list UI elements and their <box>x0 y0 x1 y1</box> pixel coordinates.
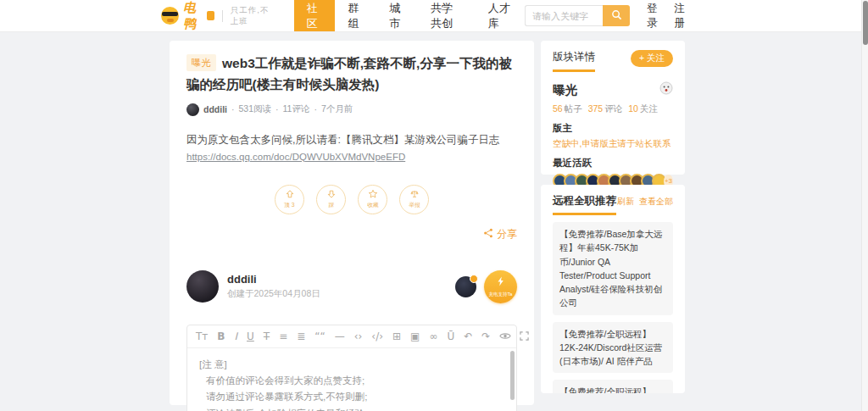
share-label: 分享 <box>497 227 517 242</box>
job-list-item[interactable]: 【免费推荐/全职远程】15K-25K/后端开发/AI视觉创作体验 <box>553 380 673 393</box>
underline-icon[interactable]: U <box>247 331 254 342</box>
redo-icon[interactable]: ↷ <box>481 331 490 342</box>
editor-scrollbar[interactable] <box>509 351 515 411</box>
post-card: 曝光web3工作就是诈骗不断,套路不断,分享一下我的被骗的经历吧(楼主有时候头脑… <box>170 41 534 405</box>
editor-placeholder-line: [注 意] <box>199 357 504 373</box>
post-meta: dddili · 531阅读 · 11评论 · 7个月前 <box>186 103 517 116</box>
editor-placeholder-line: 评论被删后,会扣除相应的电量和经验。 <box>199 406 504 411</box>
post-age: 7个月前 <box>321 103 353 115</box>
view-all-link[interactable]: 查看全部 <box>639 196 673 208</box>
inline-code-icon[interactable]: ‹› <box>354 331 363 342</box>
logo-divider <box>222 10 223 22</box>
favorite-button[interactable]: 收藏 <box>358 185 387 214</box>
moderator-note: 空缺中,申请版主请于站长联系 <box>553 138 673 150</box>
brand-name: 电鸭 <box>183 0 204 32</box>
italic-icon[interactable]: I <box>234 331 237 342</box>
downvote-label: 踩 <box>328 201 334 208</box>
search-icon <box>611 9 622 23</box>
jobs-panel-title: 远程全职推荐 <box>553 194 616 215</box>
preview-eye-icon[interactable] <box>499 331 511 341</box>
bullet-list-icon[interactable]: ≡ <box>279 331 287 342</box>
horizontal-rule-icon[interactable]: — <box>335 331 345 342</box>
post-title: 曝光web3工作就是诈骗不断,套路不断,分享一下我的被骗的经历吧(楼主有时候头脑… <box>186 53 517 96</box>
nav-item-cities[interactable]: 城市 <box>376 0 418 31</box>
nav-item-groups[interactable]: 群组 <box>335 0 376 31</box>
author-card-name[interactable]: dddili <box>227 273 320 286</box>
post-body: 因为原文包含太多问候,所以请看:【腾讯文档】某游戏公司骗子日志 <box>186 131 517 148</box>
doc-link[interactable]: https://docs.qq.com/doc/DQWVUbXVMdVNpeEF… <box>186 152 405 162</box>
nav-item-community[interactable]: 社区 <box>294 0 336 31</box>
downvote-button[interactable]: 踩 <box>316 185 346 214</box>
bold-icon[interactable]: B <box>217 331 225 342</box>
link-icon[interactable]: ∞ <box>429 331 437 342</box>
share-button[interactable]: 分享 <box>483 227 517 242</box>
nav-item-talent[interactable]: 人才库 <box>476 0 525 31</box>
image-icon[interactable]: ▣ <box>410 331 420 342</box>
report-scale-icon <box>409 189 420 199</box>
page-scrollbar[interactable] <box>861 0 868 411</box>
search-box <box>525 5 630 26</box>
login-link[interactable]: 登录 <box>647 2 658 31</box>
charge-support-button[interactable]: 充电支持Ta <box>484 270 517 303</box>
code-block-icon[interactable]: ‹/› <box>371 331 383 342</box>
remote-jobs-panel: 远程全职推荐 刷新 查看全部 【免费推荐/Base加拿大远程】年薪45K-75K… <box>541 185 685 393</box>
followers-count: 10 <box>628 103 638 114</box>
author-name[interactable]: dddili <box>203 104 227 114</box>
upvote-label: 顶 3 <box>284 201 294 208</box>
quote-icon[interactable]: ““ <box>314 331 325 342</box>
undo-icon[interactable]: ↶ <box>464 331 472 342</box>
meta-separator: · <box>231 104 235 114</box>
vote-row: 顶 3 踩 收藏 举报 <box>186 185 517 214</box>
star-icon <box>368 189 378 199</box>
favorite-label: 收藏 <box>367 201 379 208</box>
upvote-button[interactable]: 顶 3 <box>275 185 304 214</box>
meta-separator: · <box>314 104 317 114</box>
arrow-down-icon <box>326 189 337 199</box>
supporter-badge-icon <box>470 275 478 283</box>
post-tag[interactable]: 曝光 <box>186 54 216 71</box>
nav-item-colearn[interactable]: 共学共创 <box>418 0 476 31</box>
comment-editor: Tт B I U T ≡ ≣ ““ — ‹› ‹/› ⊞ ▣ ∞ Ū ↶ ↷ <box>186 325 517 411</box>
author-avatar[interactable] <box>186 270 219 303</box>
read-count: 531阅读 <box>239 103 272 115</box>
share-row: 分享 <box>186 227 517 242</box>
brand-tagline: 只工作,不上班 <box>231 5 275 27</box>
page-scrollbar-thumb[interactable] <box>863 1 868 45</box>
editor-placeholder-line: 请勿通过评论暴露联系方式,不符则删; <box>199 389 504 405</box>
section-mask-icon <box>659 81 673 98</box>
share-icon <box>483 228 493 241</box>
comment-input[interactable]: [注 意] 有价值的评论会得到大家的点赞支持; 请勿通过评论暴露联系方式,不符则… <box>187 348 516 411</box>
section-name[interactable]: 曝光 <box>553 82 577 98</box>
search-button[interactable] <box>603 5 630 26</box>
supporter-avatar[interactable] <box>455 276 476 297</box>
job-list-item[interactable]: 【免费推荐/全职远程】12K-24K/Discord社区运营(日本市场)/ AI… <box>553 322 673 374</box>
follow-button[interactable]: + 关注 <box>631 50 673 67</box>
report-button[interactable]: 举报 <box>399 185 429 214</box>
refresh-link[interactable]: 刷新 <box>617 196 634 208</box>
meta-separator: · <box>275 104 279 114</box>
author-mini-avatar[interactable] <box>186 103 199 116</box>
tab-section-details[interactable]: 版块详情 <box>553 50 595 72</box>
comments-count: 375 <box>588 103 604 114</box>
report-label: 举报 <box>409 201 420 208</box>
register-link[interactable]: 注册 <box>675 2 686 31</box>
main-nav: 社区 群组 城市 共学共创 人才库 <box>294 0 525 31</box>
arrow-up-icon <box>285 189 295 199</box>
post-title-text: web3工作就是诈骗不断,套路不断,分享一下我的被骗的经历吧(楼主有时候头脑发热… <box>186 56 512 92</box>
heading-icon[interactable]: Tт <box>196 331 208 342</box>
ordered-list-icon[interactable]: ≣ <box>297 331 305 342</box>
editor-toolbar: Tт B I U T ≡ ≣ ““ — ‹› ‹/› ⊞ ▣ ∞ Ū ↶ ↷ <box>187 325 516 348</box>
moderator-label: 版主 <box>553 122 673 135</box>
strikethrough-icon[interactable]: T <box>264 331 270 342</box>
delete-icon[interactable]: Ū <box>447 331 454 342</box>
search-input[interactable] <box>525 5 603 26</box>
table-icon[interactable]: ⊞ <box>392 331 401 342</box>
header: 电鸭 只工作,不上班 社区 群组 城市 共学共创 人才库 登录 注册 <box>0 0 868 32</box>
logo[interactable]: 电鸭 只工作,不上班 <box>161 0 275 32</box>
job-list-item[interactable]: 【免费推荐/Base加拿大远程】年薪45K-75K加币/Junior QA Te… <box>553 222 673 315</box>
section-stats: 56帖子 375评论 10关注 <box>553 103 673 115</box>
lightning-bolt-icon <box>497 275 504 290</box>
brand-badge-icon <box>207 11 214 20</box>
fullscreen-icon[interactable] <box>520 331 529 341</box>
charge-label: 充电支持Ta <box>489 292 513 298</box>
